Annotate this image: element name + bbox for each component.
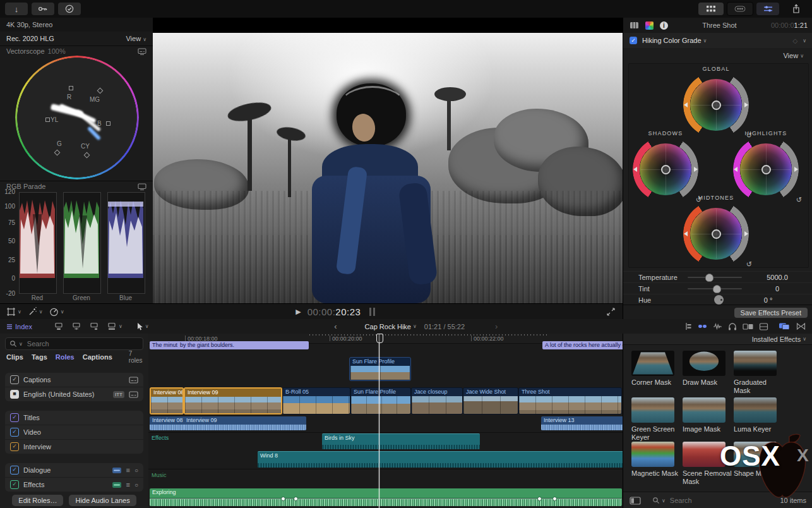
role-checkbox[interactable]: ✓ (10, 480, 19, 489)
temperature-slider[interactable] (688, 277, 742, 278)
append-clip-icon[interactable] (89, 322, 99, 330)
overwrite-clip-menu[interactable]: ∨ (107, 322, 122, 330)
video-clip-b-roll-05[interactable]: B-Roll 05 (282, 387, 350, 414)
browser-grid-button[interactable] (698, 3, 724, 15)
keyframe-diamond-icon[interactable]: ◇ (792, 37, 797, 44)
background-tasks-button[interactable] (58, 3, 81, 15)
color-wheels-view-menu[interactable]: View∨ (783, 52, 804, 59)
wheel-arrow-right[interactable] (694, 167, 698, 172)
hue-dial[interactable] (714, 295, 724, 305)
wheel-reticle[interactable] (712, 100, 721, 110)
audio-waveform-icon[interactable] (713, 322, 722, 330)
effect-image-mask[interactable]: Image Mask (683, 397, 733, 433)
crop-tool-menu[interactable]: ∨ (6, 307, 21, 317)
audio-meter-bar[interactable] (369, 308, 371, 316)
tab-tags[interactable]: Tags (32, 353, 47, 361)
role-row-captions[interactable]: ✓ Captions (5, 373, 143, 387)
param-value[interactable]: 0 ° (724, 296, 812, 304)
wheel-arrow-left[interactable] (684, 102, 688, 107)
wheel-reset-icon[interactable]: ↺ (796, 196, 802, 204)
effects-browser-header[interactable]: Installed Effects (752, 336, 801, 343)
effects-sidebar-toggle-icon[interactable] (630, 497, 641, 505)
color-wheel-global[interactable]: ↺ (683, 72, 749, 138)
volume-keyframe[interactable] (537, 497, 542, 501)
effect-name[interactable]: Hiking Color Grade (642, 37, 702, 44)
retime-menu[interactable]: ∨ (49, 307, 64, 317)
wheel-arrow-right[interactable] (744, 102, 748, 107)
volume-line[interactable] (150, 499, 622, 499)
share-button[interactable] (787, 3, 806, 15)
volume-keyframe[interactable] (294, 497, 298, 501)
transitions-browser-button[interactable] (796, 322, 806, 330)
caption-clip[interactable]: A lot of the rocks here actually g… (542, 341, 623, 349)
wheel-arrow-right[interactable] (744, 231, 748, 236)
playhead-handle[interactable] (376, 334, 383, 343)
enhancements-menu[interactable]: ∨ (28, 307, 43, 317)
caption-clip[interactable]: The minute… (150, 341, 181, 349)
clip-appearance-icon[interactable] (743, 323, 753, 330)
play-button[interactable]: ▶ (296, 308, 301, 316)
scope-display-icon[interactable] (138, 48, 146, 55)
hide-audio-lanes-button[interactable]: Hide Audio Lanes (69, 495, 136, 506)
insert-clip-icon[interactable] (71, 322, 81, 330)
caption-display-icon[interactable] (129, 391, 138, 398)
audio-meter-bar[interactable] (373, 308, 375, 316)
wheel-arrow-right[interactable] (794, 167, 798, 172)
effect-collapse-chevron[interactable]: ∨ (803, 38, 806, 44)
wheel-reset-icon[interactable]: ↺ (746, 260, 752, 269)
viewer[interactable] (153, 18, 623, 303)
param-value[interactable]: 0 (742, 285, 812, 293)
effect-menu-chevron[interactable]: ∨ (703, 38, 707, 44)
wheel-arrow-left[interactable] (684, 231, 688, 236)
audio-clip-interview-13[interactable]: Interview 13 (541, 416, 623, 430)
role-row-titles[interactable]: ✓ Titles (5, 411, 143, 425)
expand-viewer-icon[interactable] (607, 308, 615, 316)
role-checkbox[interactable]: ✓ (10, 413, 19, 422)
color-inspector-icon[interactable] (645, 21, 654, 30)
tint-slider[interactable] (688, 288, 742, 289)
role-row-dialogue[interactable]: ✓ Dialogue ≡ ○ (5, 463, 143, 477)
wheel-reticle[interactable] (661, 165, 671, 174)
slider-thumb[interactable] (705, 274, 713, 282)
index-search-input[interactable] (26, 339, 139, 348)
subroles-icon[interactable]: ≡ (126, 481, 130, 488)
slider-thumb[interactable] (713, 285, 721, 293)
effects-clip-wind-8[interactable]: Wind 8 (258, 451, 623, 468)
save-effects-preset-button[interactable]: Save Effects Preset (734, 308, 808, 318)
focus-icon[interactable]: ○ (134, 481, 138, 488)
timeline-display-icon[interactable] (759, 323, 768, 330)
role-checkbox[interactable]: ■ (10, 390, 19, 399)
volume-keyframe[interactable] (281, 497, 285, 501)
video-clip-three-shot[interactable]: Three Shot (518, 387, 622, 414)
role-row-english-us[interactable]: ■ English (United States) ITT (5, 387, 143, 401)
color-wheel-highlights[interactable]: ↺ (733, 136, 799, 202)
clip-connections-icon[interactable] (698, 323, 707, 330)
role-checkbox[interactable]: ✓ (10, 428, 19, 437)
edit-roles-button[interactable]: Edit Roles… (12, 495, 63, 506)
keyword-editor-button[interactable] (32, 3, 54, 15)
previous-project-button[interactable]: ‹ (334, 322, 337, 331)
tab-roles[interactable]: Roles (56, 353, 75, 361)
audio-clip-interview-09[interactable]: Interview 09 (184, 416, 306, 430)
subroles-icon[interactable]: ≡ (126, 466, 130, 474)
wheel-arrow-left[interactable] (633, 167, 637, 172)
timeline[interactable]: 00:00:18:00 00:00:20:00 00:00:22:00 The … (148, 334, 623, 508)
effect-corner-mask[interactable]: Corner Mask (631, 351, 682, 387)
import-media-button[interactable]: ↓ (5, 3, 28, 15)
video-clip-jace-wide-shot[interactable]: Jace Wide Shot (463, 387, 518, 414)
wheel-reticle[interactable] (761, 165, 771, 174)
effect-green-screen-keyer[interactable]: Green Screen Keyer (631, 397, 682, 442)
index-toggle-button[interactable]: Index (6, 323, 32, 330)
caption-display-icon[interactable] (129, 377, 138, 384)
effect-draw-mask[interactable]: Draw Mask (683, 351, 733, 387)
video-clip-sun-flare-profile[interactable]: Sun Flare Profile (350, 387, 411, 414)
role-row-video[interactable]: ✓ Video (5, 425, 143, 439)
video-inspector-icon[interactable] (630, 21, 639, 29)
focus-icon[interactable]: ○ (134, 467, 138, 474)
connect-clip-icon[interactable] (54, 322, 64, 330)
audio-clip-interview-08[interactable]: Interview 08 (150, 416, 186, 430)
role-checkbox[interactable]: ✓ (10, 375, 19, 384)
scopes-view-menu[interactable]: View∨ (126, 35, 146, 42)
role-row-interview[interactable]: ✓ Interview (5, 439, 143, 454)
param-value[interactable]: 5000.0 (742, 274, 812, 281)
